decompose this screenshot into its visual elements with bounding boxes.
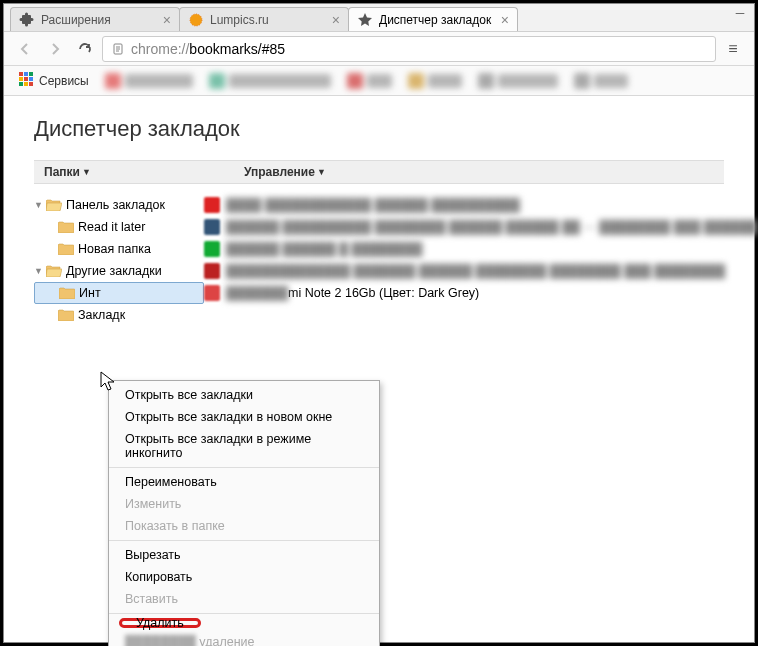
tree-node-selected[interactable]: Инт <box>34 282 204 304</box>
page-title: Диспетчер закладок <box>34 116 724 142</box>
tree-node-read-it-later[interactable]: Read it later <box>34 216 204 238</box>
menu-separator <box>109 613 379 614</box>
chevron-down-icon: ▼ <box>82 167 91 177</box>
orange-icon <box>188 12 204 28</box>
url-path: bookmarks/#85 <box>189 41 285 57</box>
tab-label: Lumpics.ru <box>210 13 269 27</box>
tree-label: Закладк <box>78 308 125 322</box>
reload-button[interactable] <box>72 36 98 62</box>
menu-edit: Изменить <box>109 493 379 515</box>
tree-node-other-bookmarks[interactable]: ▼ Другие закладки <box>34 260 204 282</box>
tab-strip: Расширения × Lumpics.ru × Диспетчер закл… <box>4 4 754 32</box>
tree-node-new-folder[interactable]: Новая папка <box>34 238 204 260</box>
browser-window: Расширения × Lumpics.ru × Диспетчер закл… <box>3 3 755 643</box>
bookmark-list: ████ ████████████ ██████ ██████████ ████… <box>204 194 757 326</box>
menu-undo-delete: ████████ удаление <box>109 631 379 646</box>
apps-button[interactable]: Сервисы <box>12 70 95 92</box>
forward-button[interactable] <box>42 36 68 62</box>
menu-separator <box>109 467 379 468</box>
close-icon[interactable]: × <box>501 13 509 27</box>
toolbar: chrome://bookmarks/#85 ≡ <box>4 32 754 66</box>
apps-icon <box>18 71 34 90</box>
bookmark-item[interactable]: ████████████ <box>203 70 337 92</box>
back-button[interactable] <box>12 36 38 62</box>
tree-label: Другие закладки <box>66 264 162 278</box>
svg-rect-7 <box>24 77 28 81</box>
tree-label: Read it later <box>78 220 145 234</box>
list-item[interactable]: ██████ ██████████ ████████ ██████ ██████… <box>204 216 757 238</box>
tab-extensions[interactable]: Расширения × <box>10 7 180 31</box>
svg-rect-8 <box>29 77 33 81</box>
close-icon[interactable]: × <box>163 13 171 27</box>
tree-label: Новая папка <box>78 242 151 256</box>
bookmark-item[interactable]: ███████ <box>472 70 564 92</box>
list-item[interactable]: ███████ mi Note 2 16Gb (Цвет: Dark Grey) <box>204 282 757 304</box>
menu-open-all-new-window[interactable]: Открыть все закладки в новом окне <box>109 406 379 428</box>
close-icon[interactable]: × <box>332 13 340 27</box>
bookmark-item[interactable]: ████████ <box>99 70 199 92</box>
svg-rect-10 <box>24 82 28 86</box>
manage-column-header[interactable]: Управление▼ <box>234 161 724 183</box>
menu-button[interactable]: ≡ <box>720 36 746 62</box>
apps-label: Сервисы <box>39 74 89 88</box>
star-icon <box>357 12 373 28</box>
column-headers: Папки▼ Управление▼ <box>34 160 724 184</box>
svg-rect-4 <box>24 72 28 76</box>
svg-rect-6 <box>19 77 23 81</box>
menu-paste: Вставить <box>109 588 379 610</box>
menu-open-all-incognito[interactable]: Открыть все закладки в режиме инкогнито <box>109 428 379 464</box>
folders-column-header[interactable]: Папки▼ <box>34 161 234 183</box>
svg-rect-11 <box>29 82 33 86</box>
menu-open-all[interactable]: Открыть все закладки <box>109 384 379 406</box>
svg-rect-9 <box>19 82 23 86</box>
svg-rect-3 <box>19 72 23 76</box>
svg-rect-5 <box>29 72 33 76</box>
tree-node-bookmarks-bar[interactable]: ▼ Панель закладок <box>34 194 204 216</box>
menu-delete[interactable]: Удалить <box>119 618 201 628</box>
expander-icon[interactable]: ▼ <box>34 200 44 210</box>
window-controls: ─ <box>726 3 754 31</box>
page-icon <box>111 42 125 56</box>
list-item[interactable]: ██████████████ ███████ ██████ ████████ █… <box>204 260 757 282</box>
chevron-down-icon: ▼ <box>317 167 326 177</box>
bookmark-item[interactable]: ████ <box>568 70 634 92</box>
list-item[interactable]: ██████ ██████ █ ████████ <box>204 238 757 260</box>
minimize-button[interactable]: ─ <box>726 3 754 23</box>
bookmarks-bar: Сервисы ████████ ████████████ ███ ████ █… <box>4 66 754 96</box>
menu-show-in-folder: Показать в папке <box>109 515 379 537</box>
menu-cut[interactable]: Вырезать <box>109 544 379 566</box>
tree-label: Инт <box>79 286 101 300</box>
expander-icon[interactable]: ▼ <box>34 266 44 276</box>
tab-label: Расширения <box>41 13 111 27</box>
page-content: Диспетчер закладок Папки▼ Управление▼ ▼ … <box>4 96 754 642</box>
puzzle-icon <box>19 12 35 28</box>
tab-bookmarks-manager[interactable]: Диспетчер закладок × <box>348 7 518 31</box>
tree-label: Панель закладок <box>66 198 165 212</box>
tree-node-bookmarks[interactable]: Закладк <box>34 304 204 326</box>
tab-label: Диспетчер закладок <box>379 13 491 27</box>
address-bar[interactable]: chrome://bookmarks/#85 <box>102 36 716 62</box>
list-item[interactable]: ████ ████████████ ██████ ██████████ <box>204 194 757 216</box>
folder-tree: ▼ Панель закладок Read it later Новая па… <box>34 194 204 326</box>
bookmark-item[interactable]: ███ <box>341 70 399 92</box>
menu-copy[interactable]: Копировать <box>109 566 379 588</box>
tab-lumpics[interactable]: Lumpics.ru × <box>179 7 349 31</box>
context-menu: Открыть все закладки Открыть все закладк… <box>108 380 380 646</box>
url-protocol: chrome:// <box>131 41 189 57</box>
bookmark-item[interactable]: ████ <box>402 70 468 92</box>
menu-separator <box>109 540 379 541</box>
menu-rename[interactable]: Переименовать <box>109 471 379 493</box>
